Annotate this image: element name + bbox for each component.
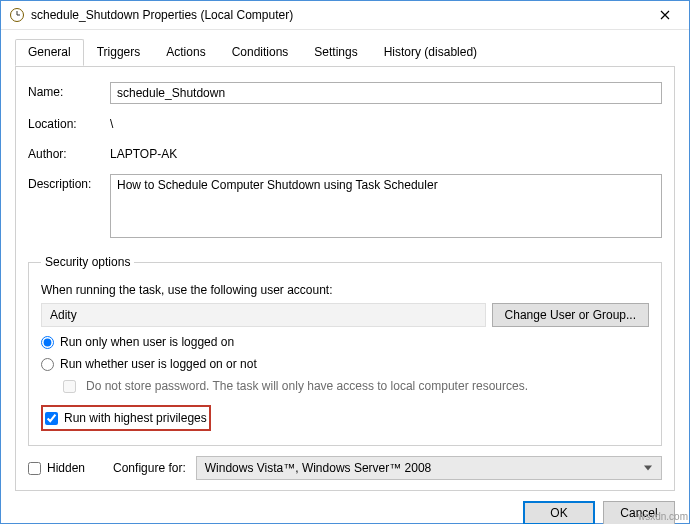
highest-privileges-check-input[interactable] [45,412,58,425]
description-label: Description: [28,174,110,191]
window-title: schedule_Shutdown Properties (Local Comp… [31,8,645,22]
name-label: Name: [28,82,110,99]
tab-settings[interactable]: Settings [301,39,370,66]
configure-for-select-wrap[interactable]: Windows Vista™, Windows Server™ 2008 [196,456,662,480]
general-tab-page: Name: Location: \ Author: LAPTOP-AK Desc… [15,66,675,491]
change-user-button[interactable]: Change User or Group... [492,303,649,327]
do-not-store-label: Do not store password. The task will onl… [86,379,528,393]
security-prompt: When running the task, use the following… [41,283,649,297]
run-logged-on-label: Run only when user is logged on [60,335,234,349]
dialog-buttons: OK Cancel [15,491,675,524]
tab-triggers[interactable]: Triggers [84,39,154,66]
author-label: Author: [28,144,110,161]
user-account-value: Adity [41,303,486,327]
do-not-store-check: Do not store password. The task will onl… [63,379,649,393]
run-whether-radio[interactable]: Run whether user is logged on or not [41,357,649,371]
configure-for-label: Configure for: [113,461,186,475]
run-whether-label: Run whether user is logged on or not [60,357,257,371]
tab-general[interactable]: General [15,39,84,66]
description-input[interactable]: How to Schedule Computer Shutdown using … [110,174,662,238]
run-whether-radio-input[interactable] [41,358,54,371]
properties-window: schedule_Shutdown Properties (Local Comp… [0,0,690,524]
tab-conditions[interactable]: Conditions [219,39,302,66]
highest-privileges-check[interactable]: Run with highest privileges [45,411,207,425]
security-options-group: Security options When running the task, … [28,255,662,446]
location-label: Location: [28,114,110,131]
clock-icon [9,7,25,23]
highest-privileges-label: Run with highest privileges [64,411,207,425]
author-value: LAPTOP-AK [110,144,662,164]
tab-actions[interactable]: Actions [153,39,218,66]
ok-button[interactable]: OK [523,501,595,524]
do-not-store-check-input [63,380,76,393]
tab-history[interactable]: History (disabled) [371,39,490,66]
security-legend: Security options [41,255,134,269]
hidden-check[interactable]: Hidden [28,461,85,475]
run-logged-on-radio[interactable]: Run only when user is logged on [41,335,649,349]
hidden-check-input[interactable] [28,462,41,475]
close-button[interactable] [645,1,685,29]
run-logged-on-radio-input[interactable] [41,336,54,349]
footer-row: Hidden Configure for: Windows Vista™, Wi… [28,456,662,480]
highest-privileges-highlight: Run with highest privileges [41,405,211,431]
hidden-label: Hidden [47,461,85,475]
watermark: wsxdn.com [638,511,688,522]
configure-for-select[interactable]: Windows Vista™, Windows Server™ 2008 [196,456,662,480]
client-area: General Triggers Actions Conditions Sett… [1,30,689,524]
titlebar: schedule_Shutdown Properties (Local Comp… [1,1,689,30]
name-input[interactable] [110,82,662,104]
tab-strip: General Triggers Actions Conditions Sett… [15,39,675,67]
location-value: \ [110,114,662,134]
